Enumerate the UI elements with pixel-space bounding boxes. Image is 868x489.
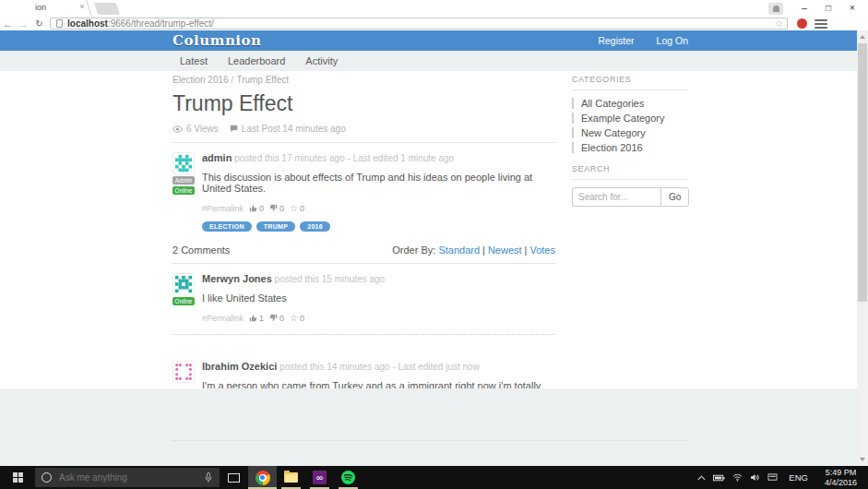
browser-menu-icon[interactable] xyxy=(814,19,827,29)
thumbs-up-icon xyxy=(249,314,257,322)
scroll-up-icon[interactable] xyxy=(860,35,865,39)
url-text: localhost:9666/thread/trump-effect/ xyxy=(67,18,214,29)
star-button[interactable]: ☆ 0 xyxy=(290,203,304,213)
close-button[interactable]: × xyxy=(840,0,864,17)
permalink-link[interactable]: #Permalink xyxy=(202,314,244,323)
category-all[interactable]: All Categories xyxy=(572,98,688,109)
order-newest-link[interactable]: Newest xyxy=(488,244,522,256)
like-button[interactable]: 0 xyxy=(249,204,264,213)
page-icon xyxy=(56,19,63,28)
tab-title: ion xyxy=(35,3,46,12)
tag-2016[interactable]: 2016 xyxy=(300,221,330,232)
category-election-2016[interactable]: Election 2016 xyxy=(572,142,688,153)
taskbar-visual-studio[interactable]: ∞ xyxy=(305,466,334,489)
browser-tabstrip: ion × – □ × xyxy=(0,0,868,17)
avatar xyxy=(172,273,195,295)
like-button[interactable]: 1 xyxy=(249,314,264,323)
online-badge: Online xyxy=(172,297,195,305)
task-view-button[interactable] xyxy=(220,466,248,489)
action-center-icon[interactable] xyxy=(767,473,778,482)
browser-toolbar: ← → ↻ localhost:9666/thread/trump-effect… xyxy=(0,17,868,30)
back-icon[interactable]: ← xyxy=(0,18,16,30)
site-footer xyxy=(0,388,857,466)
site-subnav: Latest Leaderboard Activity xyxy=(0,51,857,71)
last-post-time: Last Post 14 minutes ago xyxy=(242,124,346,134)
adblock-extension-icon[interactable] xyxy=(797,18,807,29)
wifi-icon[interactable] xyxy=(732,473,743,482)
nav-item-activity[interactable]: Activity xyxy=(305,55,338,66)
thread-meta: 6 Views Last Post 14 minutes ago xyxy=(172,124,555,134)
tab-close-icon[interactable]: × xyxy=(77,2,87,11)
register-link[interactable]: Register xyxy=(598,35,634,46)
minimize-button[interactable]: – xyxy=(792,0,816,17)
breadcrumb: Election 2016/Trump Effect xyxy=(172,75,555,85)
eye-icon xyxy=(172,125,183,133)
file-explorer-icon xyxy=(284,472,298,483)
order-by: Order By: Standard|Newest|Votes xyxy=(392,244,555,256)
comment-1: Online Merwyn Jones posted this 15 minut… xyxy=(172,273,555,323)
permalink-link[interactable]: #Permalink xyxy=(202,204,244,213)
star-button[interactable]: ☆ 0 xyxy=(290,313,304,323)
taskbar-search-input[interactable] xyxy=(59,472,204,483)
taskbar-spotify[interactable] xyxy=(334,466,363,489)
web-page: Columnion Register Log On Latest Leaderb… xyxy=(0,30,857,466)
category-example[interactable]: Example Category xyxy=(572,113,688,124)
footer-divider xyxy=(172,440,688,441)
order-votes-link[interactable]: Votes xyxy=(529,244,555,256)
comment-author[interactable]: Ibrahim Ozekici xyxy=(202,361,277,372)
like-count: 0 xyxy=(259,204,264,213)
start-button[interactable] xyxy=(0,466,35,489)
maximize-button[interactable]: □ xyxy=(816,0,840,17)
battery-icon[interactable] xyxy=(713,474,725,482)
cortana-icon xyxy=(42,472,52,483)
comment-icon xyxy=(230,125,238,133)
nav-item-leaderboard[interactable]: Leaderboard xyxy=(228,55,285,66)
comments-count: 2 Comments xyxy=(172,244,230,256)
url-host: localhost xyxy=(67,18,108,29)
forward-icon[interactable]: → xyxy=(16,18,31,30)
screen: ion × – □ × ← → ↻ localhost:9666/thread/… xyxy=(0,0,868,489)
nav-item-latest[interactable]: Latest xyxy=(180,55,208,66)
spotify-icon xyxy=(341,471,355,484)
comment-author[interactable]: Merwyn Jones xyxy=(202,273,272,284)
category-new[interactable]: New Category xyxy=(572,127,688,138)
search-input[interactable] xyxy=(572,187,660,207)
new-tab-button[interactable] xyxy=(94,3,120,15)
search-go-button[interactable]: Go xyxy=(660,187,689,207)
thumbs-up-icon xyxy=(249,204,257,212)
breadcrumb-category[interactable]: Election 2016 xyxy=(172,75,229,85)
windows-logo-icon xyxy=(13,472,23,483)
speaker-icon[interactable] xyxy=(750,473,760,482)
scrollbar-thumb[interactable] xyxy=(858,43,867,302)
logon-link[interactable]: Log On xyxy=(657,35,688,46)
profile-icon[interactable] xyxy=(768,3,783,15)
order-standard-link[interactable]: Standard xyxy=(438,244,480,256)
post-author[interactable]: admin xyxy=(202,152,232,163)
comment-meta: posted this 15 minutes ago xyxy=(275,274,386,284)
address-bar[interactable]: localhost:9666/thread/trump-effect/ ☆ xyxy=(50,18,788,30)
language-indicator[interactable]: ENG xyxy=(785,472,812,483)
dislike-button[interactable]: 0 xyxy=(269,204,284,213)
clock[interactable]: 5:49 PM 4/4/2016 xyxy=(819,468,862,488)
reload-icon[interactable]: ↻ xyxy=(31,18,47,29)
comments-header: 2 Comments Order By: Standard|Newest|Vot… xyxy=(172,244,555,264)
like-count: 1 xyxy=(259,314,264,323)
search-heading: SEARCH xyxy=(572,164,688,173)
dislike-count: 0 xyxy=(279,314,284,323)
taskbar-chrome[interactable] xyxy=(248,466,277,489)
cortana-search[interactable] xyxy=(35,468,220,487)
admin-badge: Admin xyxy=(172,176,195,185)
scrollbar[interactable] xyxy=(857,30,868,466)
taskbar: ∞ xyxy=(0,466,868,489)
tag-election[interactable]: ELECTION xyxy=(202,221,252,232)
dislike-button[interactable]: 0 xyxy=(269,314,284,323)
bookmark-star-icon[interactable]: ☆ xyxy=(775,18,783,29)
tray-expand-icon[interactable] xyxy=(697,475,706,481)
microphone-icon xyxy=(204,471,213,483)
system-tray: ENG 5:49 PM 4/4/2016 xyxy=(697,466,868,489)
scroll-down-icon[interactable] xyxy=(860,458,865,461)
thumbs-down-icon xyxy=(269,314,278,322)
taskbar-explorer[interactable] xyxy=(277,466,305,489)
tag-trump[interactable]: TRUMP xyxy=(256,221,295,232)
site-logo[interactable]: Columnion xyxy=(172,32,261,49)
